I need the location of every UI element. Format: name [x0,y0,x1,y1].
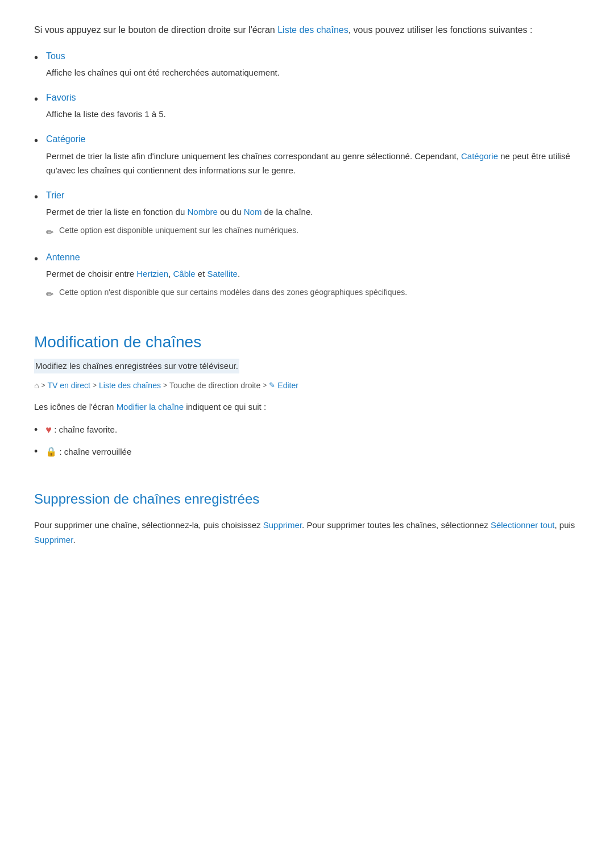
favoris-term[interactable]: Favoris [46,90,580,105]
editer-link[interactable]: Editer [277,379,298,392]
liste-des-chaines-link[interactable]: Liste des chaînes [277,25,349,35]
icon-list-lock: • 🔒 : chaîne verrouillée [34,443,580,460]
supp-before1: Pour supprimer une chaîne, sélectionnez-… [34,520,263,530]
modification-title: Modification de chaînes [34,330,580,355]
list-item-categorie: • Catégorie Permet de trier la liste afi… [34,132,580,178]
bullet-content-tous: Tous Affiche les chaînes qui ont été rec… [46,49,580,80]
trier-between: ou du [218,207,244,217]
tous-term[interactable]: Tous [46,49,580,64]
trier-note: ✏ Cette option est disponible uniquement… [46,224,580,240]
bullet-content-favoris: Favoris Affiche la liste des favoris 1 à… [46,90,580,122]
antenne-desc-before: Permet de choisir entre [46,269,136,279]
categorie-link[interactable]: Catégorie [461,151,498,161]
nombre-link[interactable]: Nombre [187,207,217,217]
tv-en-direct-link[interactable]: TV en direct [47,379,90,392]
antenne-note: ✏ Cette option n'est disponible que sur … [46,286,580,302]
sep1: > [41,380,45,391]
trier-after: de la chaîne. [262,207,313,217]
pencil-icon-trier: ✏ [46,225,53,240]
trier-desc-before: Permet de trier la liste en fonction du [46,207,187,217]
lock-text: : chaîne verrouillée [59,445,131,459]
modification-subtitle: Modifiez les chaînes enregistrées sur vo… [34,359,239,373]
bullet-dot-lock: • [34,443,38,460]
intro-text-before: Si vous appuyez sur le bouton de directi… [34,25,277,35]
list-item-tous: • Tous Affiche les chaînes qui ont été r… [34,49,580,80]
list-item-antenne: • Antenne Permet de choisir entre Hertzi… [34,250,580,302]
trier-note-text: Cette option est disponible uniquement s… [59,224,298,236]
bullet-dot-antenne: • [34,250,38,267]
nom-link[interactable]: Nom [244,207,262,217]
suppression-desc: Pour supprimer une chaîne, sélectionnez-… [34,518,580,547]
bullet-dot-favoris: • [34,90,38,107]
supp-between: . Pour supprimer toutes les chaînes, sél… [302,520,491,530]
favoris-desc: Affiche la liste des favoris 1 à 5. [46,109,166,119]
modification-breadcrumb: ⌂ > TV en direct > Liste des chaînes > T… [34,379,580,392]
antenne-between2: et [196,269,208,279]
supp-between2: , puis [555,520,575,530]
supp-after: . [73,535,75,545]
intro-text-after: , vous pouvez utiliser les fonctions sui… [349,25,533,35]
pencil-icon-antenne: ✏ [46,287,53,302]
tous-desc: Affiche les chaînes qui ont été recherch… [46,68,280,77]
bullet-content-antenne: Antenne Permet de choisir entre Hertzien… [46,250,580,302]
list-item-favoris: • Favoris Affiche la liste des favoris 1… [34,90,580,122]
bullet-content-categorie: Catégorie Permet de trier la liste afin … [46,132,580,178]
mod-desc-after: indiquent ce qui suit : [184,402,266,412]
satellite-link[interactable]: Satellite [208,269,238,279]
categorie-desc-before: Permet de trier la liste afin d'inclure … [46,151,461,161]
suppression-title: Suppression de chaînes enregistrées [34,488,580,510]
home-icon: ⌂ [34,379,39,392]
list-item-trier: • Trier Permet de trier la liste en fonc… [34,188,580,240]
mod-desc-before: Les icônes de l'écran [34,402,117,412]
trier-term[interactable]: Trier [46,188,580,203]
bullet-dot-tous: • [34,49,38,66]
edit-icon: ✎ [269,380,275,392]
antenne-desc: Permet de choisir entre Hertzien, Câble … [46,269,240,279]
selectionner-tout-link[interactable]: Sélectionner tout [491,520,555,530]
antenne-term[interactable]: Antenne [46,250,580,265]
supprimer-link2[interactable]: Supprimer [34,535,73,545]
cable-link[interactable]: Câble [173,269,195,279]
bullet-dot-heart: • [34,422,38,438]
icon-list-heart: • ♥ : chaîne favorite. [34,422,580,438]
bullet-dot-trier: • [34,188,38,205]
sep2: > [93,380,97,391]
intro-paragraph: Si vous appuyez sur le bouton de directi… [34,23,580,38]
lock-icon: 🔒 [45,445,57,459]
liste-chaines-bc-link[interactable]: Liste des chaînes [99,379,161,392]
modifier-chaine-link[interactable]: Modifier la chaîne [117,402,184,412]
direction-text: Touche de direction droite [169,379,260,392]
antenne-after: . [238,269,240,279]
heart-icon: ♥ [45,422,52,438]
bullet-content-trier: Trier Permet de trier la liste en foncti… [46,188,580,240]
icon-list: • ♥ : chaîne favorite. • 🔒 : chaîne verr… [34,422,580,460]
sep4: > [263,380,267,391]
modification-desc: Les icônes de l'écran Modifier la chaîne… [34,400,580,414]
bullet-dot-categorie: • [34,132,38,149]
hertzien-link[interactable]: Hertzien [136,269,168,279]
sep3: > [163,380,167,391]
antenne-note-text: Cette option n'est disponible que sur ce… [59,286,407,298]
categorie-desc: Permet de trier la liste afin d'inclure … [46,151,570,176]
trier-desc: Permet de trier la liste en fonction du … [46,207,313,217]
supprimer-link1[interactable]: Supprimer [263,520,302,530]
features-list: • Tous Affiche les chaînes qui ont été r… [34,49,580,302]
categorie-term[interactable]: Catégorie [46,132,580,147]
heart-text: : chaîne favorite. [54,423,117,437]
